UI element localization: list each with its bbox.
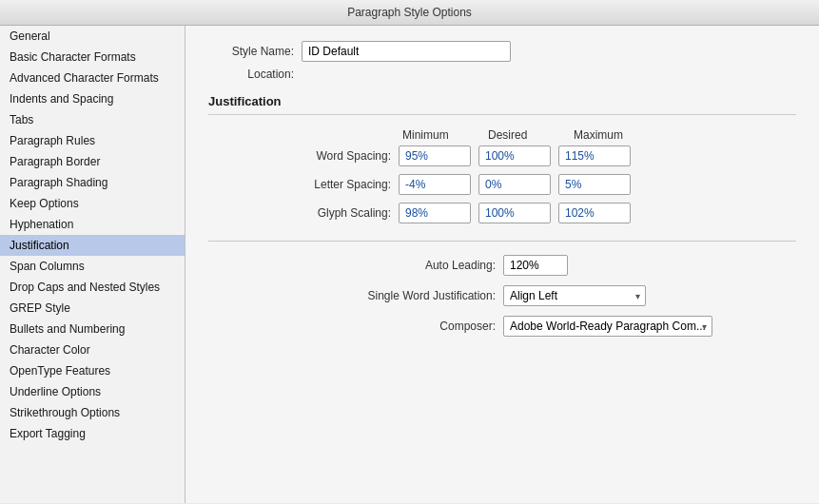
glyph-scaling-label: Glyph Scaling: (208, 206, 399, 220)
sidebar-item-paragraph-rules[interactable]: Paragraph Rules (0, 130, 185, 151)
word-spacing-desired[interactable] (478, 145, 551, 166)
style-name-row: Style Name: (208, 41, 796, 62)
sidebar: GeneralBasic Character FormatsAdvanced C… (0, 26, 185, 503)
word-spacing-row: Word Spacing: (208, 145, 796, 166)
glyph-scaling-minimum[interactable] (399, 203, 471, 223)
style-name-label: Style Name: (208, 45, 294, 58)
sidebar-item-opentype-features[interactable]: OpenType Features (0, 360, 185, 381)
style-name-input[interactable] (302, 41, 511, 62)
sidebar-item-paragraph-shading[interactable]: Paragraph Shading (0, 172, 185, 193)
title-bar: Paragraph Style Options (0, 0, 819, 26)
letter-spacing-minimum[interactable] (399, 174, 471, 195)
composer-select[interactable]: Adobe World-Ready Paragraph Com... Adobe… (503, 316, 712, 337)
letter-spacing-row: Letter Spacing: (208, 174, 796, 195)
glyph-scaling-maximum[interactable] (558, 203, 631, 223)
single-word-justification-select[interactable]: Align Left Align Center Align Right Full… (503, 285, 646, 306)
location-label: Location: (208, 68, 294, 81)
word-spacing-label: Word Spacing: (208, 149, 399, 163)
composer-row: Composer: Adobe World-Ready Paragraph Co… (208, 316, 796, 337)
sidebar-item-general[interactable]: General (0, 26, 185, 47)
sidebar-item-underline-options[interactable]: Underline Options (0, 381, 185, 402)
composer-wrapper: Adobe World-Ready Paragraph Com... Adobe… (503, 316, 712, 337)
auto-leading-row: Auto Leading: (208, 255, 796, 276)
spacing-table: Minimum Desired Maximum Word Spacing: Le… (208, 128, 796, 223)
sidebar-item-tabs[interactable]: Tabs (0, 109, 185, 130)
sidebar-item-indents-and-spacing[interactable]: Indents and Spacing (0, 88, 185, 109)
col-header-desired: Desired (484, 128, 570, 142)
sidebar-item-character-color[interactable]: Character Color (0, 339, 185, 360)
single-word-justification-label: Single Word Justification: (208, 289, 503, 302)
glyph-scaling-desired[interactable] (478, 203, 551, 223)
sidebar-item-advanced-character-formats[interactable]: Advanced Character Formats (0, 68, 185, 88)
letter-spacing-desired[interactable] (478, 174, 551, 195)
col-header-maximum: Maximum (570, 128, 655, 142)
section-title: Justification (208, 94, 796, 115)
composer-label: Composer: (208, 320, 503, 333)
sidebar-item-justification[interactable]: Justification (0, 235, 185, 256)
sidebar-item-strikethrough-options[interactable]: Strikethrough Options (0, 402, 185, 423)
glyph-scaling-row: Glyph Scaling: (208, 203, 796, 223)
location-row: Location: (208, 68, 796, 81)
divider (208, 241, 796, 242)
sidebar-item-drop-caps-and-nested-styles[interactable]: Drop Caps and Nested Styles (0, 277, 185, 298)
sidebar-item-export-tagging[interactable]: Export Tagging (0, 423, 185, 444)
col-header-minimum: Minimum (399, 128, 484, 142)
letter-spacing-label: Letter Spacing: (208, 178, 399, 191)
single-word-justification-row: Single Word Justification: Align Left Al… (208, 285, 796, 306)
sidebar-item-basic-character-formats[interactable]: Basic Character Formats (0, 47, 185, 68)
letter-spacing-maximum[interactable] (558, 174, 631, 195)
auto-leading-label: Auto Leading: (208, 259, 503, 272)
main-content: Style Name: Location: Justification Mini… (185, 26, 819, 503)
sidebar-item-span-columns[interactable]: Span Columns (0, 256, 185, 277)
word-spacing-minimum[interactable] (399, 145, 471, 166)
sidebar-item-paragraph-border[interactable]: Paragraph Border (0, 151, 185, 172)
single-word-justification-wrapper: Align Left Align Center Align Right Full… (503, 285, 646, 306)
word-spacing-maximum[interactable] (558, 145, 631, 166)
sidebar-item-hyphenation[interactable]: Hyphenation (0, 214, 185, 235)
sidebar-item-grep-style[interactable]: GREP Style (0, 298, 185, 319)
title-text: Paragraph Style Options (347, 6, 472, 19)
auto-leading-input[interactable] (503, 255, 568, 276)
sidebar-item-keep-options[interactable]: Keep Options (0, 193, 185, 214)
sidebar-item-bullets-and-numbering[interactable]: Bullets and Numbering (0, 319, 185, 339)
column-headers: Minimum Desired Maximum (399, 128, 796, 142)
dialog-body: GeneralBasic Character FormatsAdvanced C… (0, 26, 819, 503)
